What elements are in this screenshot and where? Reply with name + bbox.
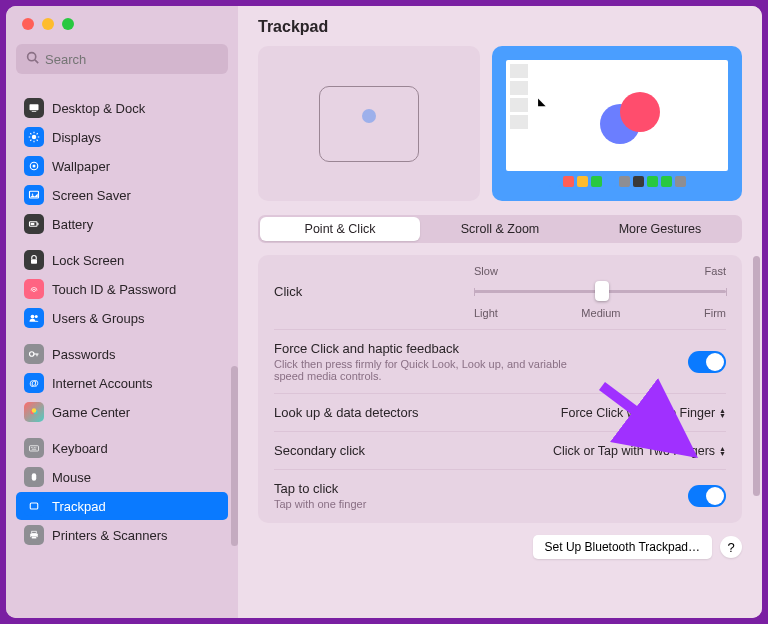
trackpad-icon [24,496,44,516]
svg-rect-30 [30,446,39,451]
lookup-title: Look up & data detectors [274,405,561,420]
dock-item-icon [633,176,644,187]
sidebar: Desktop & DockDisplaysWallpaperScreen Sa… [6,6,238,618]
search-box[interactable] [16,44,228,74]
sidebar-item-battery[interactable]: Battery [16,210,228,238]
sidebar-item-touch-id-password[interactable]: Touch ID & Password [16,275,228,303]
sidebar-item-screen-saver[interactable]: Screen Saver [16,181,228,209]
dock-item-icon [577,176,588,187]
force-click-toggle[interactable] [688,351,726,373]
sidebar-item-label: Internet Accounts [52,376,152,391]
svg-rect-18 [37,223,38,225]
maximize-button[interactable] [62,18,74,30]
lookup-dropdown[interactable]: Force Click with One Finger ▲▼ [561,406,726,420]
slider-thumb[interactable] [595,281,609,301]
desktop-icon [24,98,44,118]
tab-more-gestures[interactable]: More Gestures [580,217,740,241]
tap-to-click-row: Tap to click Tap with one finger [274,469,726,521]
tap-sub: Tap with one finger [274,498,594,510]
click-slider-row: Click [274,277,726,307]
click-firm-label: Firm [704,307,726,319]
sidebar-item-label: Displays [52,130,101,145]
dock-item-icon [591,176,602,187]
sidebar-item-internet-accounts[interactable]: @Internet Accounts [16,369,228,397]
sidebar-item-label: Mouse [52,470,91,485]
screen-preview: ◣ [492,46,742,201]
sidebar-item-displays[interactable]: Displays [16,123,228,151]
sidebar-item-wallpaper[interactable]: Wallpaper [16,152,228,180]
settings-window: Desktop & DockDisplaysWallpaperScreen Sa… [6,6,762,618]
key-icon [24,344,44,364]
preview-sidebar [510,64,528,167]
lookup-value: Force Click with One Finger [561,406,715,420]
svg-line-9 [30,133,31,134]
svg-point-0 [28,53,36,61]
sidebar-item-passwords[interactable]: Passwords [16,340,228,368]
svg-line-12 [37,133,38,134]
tab-scroll-zoom[interactable]: Scroll & Zoom [420,217,580,241]
search-input[interactable] [45,52,218,67]
trackpad-graphic [319,86,419,162]
lock-icon [24,250,44,270]
settings-panel: Slow Fast Click Light Medium Firm [258,255,742,523]
sidebar-item-label: Passwords [52,347,116,362]
sidebar-item-keyboard[interactable]: Keyboard [16,434,228,462]
help-button[interactable]: ? [720,536,742,558]
chevron-updown-icon: ▲▼ [719,446,726,456]
click-light-label: Light [474,307,498,319]
content-scrollbar[interactable] [753,256,760,496]
sidebar-item-label: Screen Saver [52,188,131,203]
speed-slow-label: Slow [474,265,498,277]
svg-rect-19 [31,223,35,225]
sidebar-item-desktop-dock[interactable]: Desktop & Dock [16,94,228,122]
force-click-title: Force Click and haptic feedback [274,341,688,356]
sidebar-item-printers-scanners[interactable]: Printers & Scanners [16,521,228,549]
svg-point-4 [32,135,37,140]
click-medium-label: Medium [498,307,704,319]
screensaver-icon [24,185,44,205]
sidebar-item-lock-screen[interactable]: Lock Screen [16,246,228,274]
page-title: Trackpad [258,18,742,36]
sidebar-item-game-center[interactable]: Game Center [16,398,228,426]
secondary-click-row: Secondary click Click or Tap with Two Fi… [274,431,726,469]
sidebar-item-users-groups[interactable]: Users & Groups [16,304,228,332]
svg-rect-3 [32,111,37,112]
svg-line-1 [35,60,38,63]
speed-fast-label: Fast [705,265,726,277]
svg-point-22 [35,315,38,318]
click-slider[interactable] [474,281,726,301]
click-label: Click [274,284,474,299]
at-icon: @ [24,373,44,393]
tab-point-click[interactable]: Point & Click [260,217,420,241]
close-button[interactable] [22,18,34,30]
printer-icon [24,525,44,545]
display-icon [24,127,44,147]
force-click-sub: Click then press firmly for Quick Look, … [274,358,594,382]
dock-item-icon [563,176,574,187]
touch-dot-icon [362,109,376,123]
sidebar-item-label: Users & Groups [52,311,144,326]
tap-toggle[interactable] [688,485,726,507]
lookup-row: Look up & data detectors Force Click wit… [274,393,726,431]
sidebar-item-trackpad[interactable]: Trackpad [16,492,228,520]
sidebar-item-label: Wallpaper [52,159,110,174]
svg-rect-39 [32,531,37,533]
setup-bluetooth-button[interactable]: Set Up Bluetooth Trackpad… [533,535,712,559]
svg-line-10 [37,140,38,141]
chevron-updown-icon: ▲▼ [719,408,726,418]
bottom-bar: Set Up Bluetooth Trackpad… ? [258,535,742,559]
secondary-value: Click or Tap with Two Fingers [553,444,715,458]
keyboard-icon [24,438,44,458]
sidebar-item-mouse[interactable]: Mouse [16,463,228,491]
svg-rect-34 [36,447,37,448]
secondary-dropdown[interactable]: Click or Tap with Two Fingers ▲▼ [553,444,726,458]
tab-bar: Point & ClickScroll & ZoomMore Gestures [258,215,742,243]
dock-item-icon [605,176,616,187]
minimize-button[interactable] [42,18,54,30]
content-area: Trackpad ◣ [238,6,762,618]
search-icon [26,50,39,68]
svg-rect-36 [32,473,37,481]
svg-rect-33 [34,447,35,448]
sidebar-scrollbar[interactable] [231,366,238,546]
svg-rect-31 [31,447,32,448]
